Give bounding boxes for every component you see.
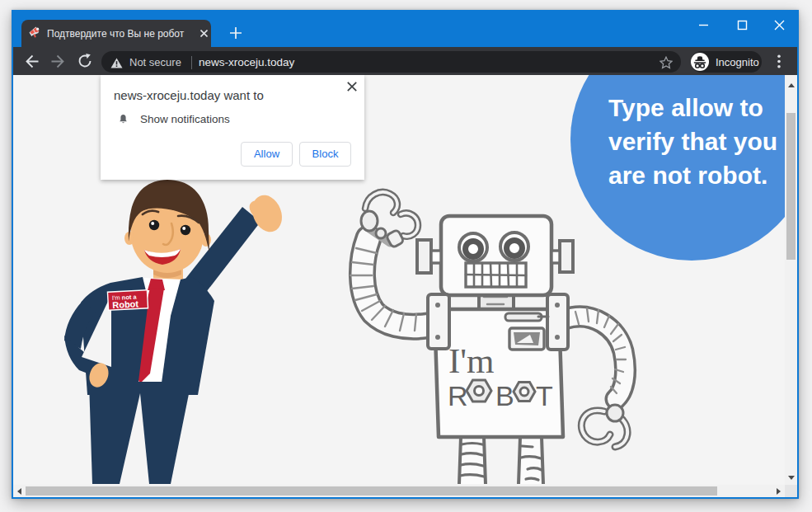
svg-text:Robot: Robot — [112, 298, 139, 310]
svg-text:T: T — [536, 380, 553, 411]
svg-text:B: B — [495, 380, 514, 411]
svg-text:I'm: I'm — [448, 341, 495, 380]
svg-text:R: R — [448, 380, 468, 411]
